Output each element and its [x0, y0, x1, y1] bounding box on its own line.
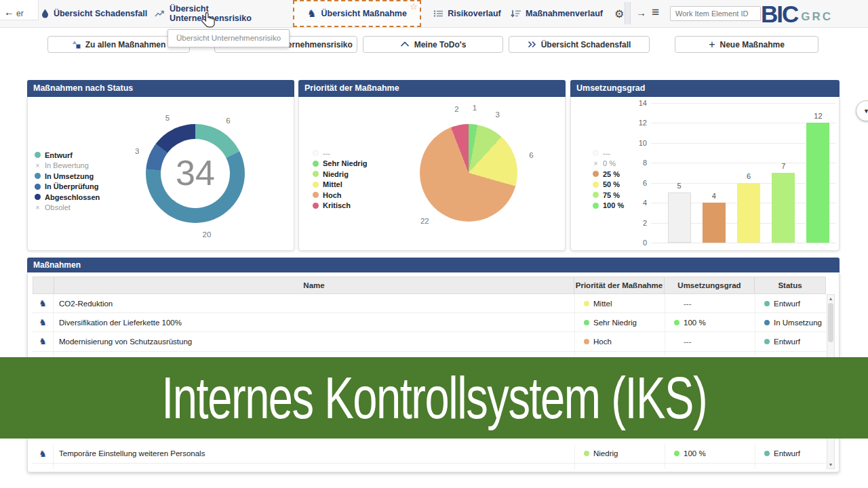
panel-grad: Umsetzungsgrad ---×0 %25 %50 %75 %100 %0… [570, 80, 840, 251]
priority-legend-item[interactable]: Mittel [313, 180, 367, 190]
cell-status: Entwurf [755, 294, 826, 312]
status-legend-item[interactable]: Abgeschlossen [35, 192, 100, 203]
bic-grc-logo: BIC GRC [761, 1, 833, 26]
cell-label: --- [684, 300, 692, 308]
status-dot-icon [764, 339, 770, 344]
priority-legend-item[interactable]: --- [313, 148, 367, 159]
status-legend-item[interactable]: ×In Bewertung [35, 161, 100, 171]
tab--bersicht-ma-nahme[interactable]: ♞Übersicht Maßnahme☆ [293, 0, 421, 27]
toolbar-button--bersicht-schadensfall[interactable]: Übersicht Schadensfall [509, 36, 650, 53]
priority-legend-item[interactable]: Hoch [313, 190, 367, 201]
status-legend-item[interactable]: Entwurf [35, 150, 100, 161]
column-header-priorit-t-der-ma-nahme[interactable]: Priorität der Maßnahme [574, 277, 664, 293]
iks-banner-text: Internes Kontrollsystem (IKS) [161, 363, 707, 432]
legend-label: 25 % [603, 170, 620, 178]
grad-legend-item[interactable]: 50 % [593, 180, 624, 190]
knight-icon: ♞ [39, 449, 47, 458]
scroll-up-icon[interactable]: ▲ [827, 296, 834, 301]
gridline [652, 103, 835, 104]
pie-circle[interactable] [420, 124, 517, 222]
column-header-name[interactable]: Name [54, 277, 574, 293]
cell-name: MB-Demo: Penetrationstest [53, 464, 574, 469]
grad-legend-item[interactable]: ×0 % [593, 159, 624, 169]
legend-label: Obsolet [45, 203, 71, 211]
cell-status: Entwurf [755, 332, 826, 350]
tab-risikoverlauf[interactable]: Risikoverlauf [430, 0, 505, 27]
collapse-filter-fab[interactable]: ▼ [856, 100, 868, 121]
tab--bersicht-schadensfall[interactable]: Übersicht Schadensfall [37, 0, 151, 27]
gear-icon[interactable]: ⚙ [614, 7, 624, 20]
bar-75[interactable] [772, 173, 795, 243]
column-header-icon[interactable] [33, 277, 54, 293]
toolbar-button-neue-ma-nahme[interactable]: +Neue Maßnahme [675, 36, 818, 53]
legend-dot-icon [313, 182, 319, 188]
tab-label: Übersicht Maßnahme [321, 9, 407, 18]
legend-dot-icon [35, 194, 41, 200]
table-row[interactable]: ♞Modernisierung von SchutzausrüstungHoch… [33, 332, 826, 351]
bar-value-label: 6 [747, 172, 751, 180]
table-row[interactable]: ♞Temporäre Einstellung weiteren Personal… [33, 445, 826, 464]
bar-25[interactable] [703, 203, 726, 243]
pie-slice-value: 1 [473, 104, 477, 112]
row-icon-cell: ♞ [33, 464, 53, 469]
back-arrow-icon[interactable]: ← [4, 6, 14, 18]
status-legend-item[interactable]: In Umsetzung [35, 171, 100, 182]
tab--bersicht-unternehmensrisiko[interactable]: Übersicht Unternehmensrisiko [155, 0, 288, 27]
grad-legend-item[interactable]: 75 % [593, 190, 624, 201]
grad-legend-item[interactable]: --- [593, 148, 624, 159]
status-legend: Entwurf×In BewertungIn UmsetzungIn Überp… [35, 150, 100, 213]
cell-label: In Überprüfung [774, 468, 826, 469]
priority-pie-chart[interactable]: ---Sehr NiedrigNiedrigMittelHochKritisch… [298, 97, 566, 251]
scrollbar-thumb[interactable] [828, 303, 833, 342]
disabled-x-icon: × [593, 161, 599, 167]
grad-legend-item[interactable]: 25 % [593, 169, 624, 180]
arrow-right-icon[interactable]: → [636, 7, 646, 18]
grad-bar-chart[interactable]: ---×0 %25 %50 %75 %100 %0246810121454671… [570, 97, 840, 251]
shapes-icon [72, 40, 81, 49]
column-header-status[interactable]: Status [754, 277, 825, 293]
legend-label: Kritisch [323, 201, 351, 209]
row-icon-cell: ♞ [33, 445, 53, 463]
grad-legend-item[interactable]: 100 % [593, 201, 624, 211]
status-donut-chart[interactable]: Entwurf×In BewertungIn UmsetzungIn Überp… [27, 97, 294, 251]
cell-priority: Hoch [574, 464, 665, 469]
legend-label: --- [603, 149, 610, 157]
bic-grc-dashboard: ← er Übersicht SchadensfallÜbersicht Unt… [0, 0, 868, 488]
menu-icon[interactable]: ≡ [652, 5, 659, 20]
favorite-star-icon[interactable]: ☆ [410, 1, 418, 12]
legend-label: In Bewertung [45, 161, 89, 169]
toolbar-button-meine-todo-s[interactable]: Meine ToDo's [363, 36, 503, 53]
tooltip: Übersicht Unternehmensrisiko [167, 29, 290, 47]
bar-[interactable] [668, 192, 691, 243]
pie-slice-value: 3 [496, 110, 500, 119]
cell-label: Entwurf [774, 338, 800, 346]
legend-dot-icon [593, 150, 599, 156]
table-row[interactable]: ♞MB-Demo: PenetrationstestHoch100 %In Üb… [33, 464, 826, 469]
column-header-umsetzungsgrad[interactable]: Umsetzungsgrad [664, 277, 754, 293]
tab-ma-nahmenverlauf[interactable]: Maßnahmenverlauf [510, 0, 604, 27]
legend-label: 75 % [603, 191, 620, 199]
bar-value-label: 7 [781, 162, 785, 170]
status-legend-item[interactable]: In Überprüfung [35, 182, 100, 192]
bar-100[interactable] [806, 123, 829, 243]
scroll-down-icon[interactable]: ▼ [827, 462, 834, 467]
cell-name: CO2-Reduktion [53, 294, 574, 312]
panel-priority-title: Priorität der Maßnahme [298, 80, 566, 97]
button-label: Neue Maßnahme [719, 40, 784, 49]
legend-label: --- [323, 149, 330, 157]
status-dot-icon [764, 320, 770, 325]
knight-icon: ♞ [39, 468, 47, 469]
status-dot-icon [674, 451, 679, 456]
work-item-search-input[interactable] [670, 6, 761, 21]
priority-legend-item[interactable]: Kritisch [313, 201, 367, 211]
legend-label: In Umsetzung [45, 172, 94, 180]
priority-legend-item[interactable]: Sehr Niedrig [313, 159, 367, 169]
status-dot-icon [764, 301, 770, 306]
table-row[interactable]: ♞CO2-ReduktionMittel---Entwurf [33, 294, 826, 313]
tabstrip-scrollbar[interactable] [625, 2, 631, 24]
table-row[interactable]: ♞Diversifikation der Lieferkette 100%Seh… [33, 313, 826, 332]
priority-legend-item[interactable]: Niedrig [313, 169, 367, 180]
bar-50[interactable] [737, 183, 760, 243]
status-legend-item[interactable]: ×Obsolet [35, 203, 100, 214]
status-dot-icon [674, 339, 679, 344]
